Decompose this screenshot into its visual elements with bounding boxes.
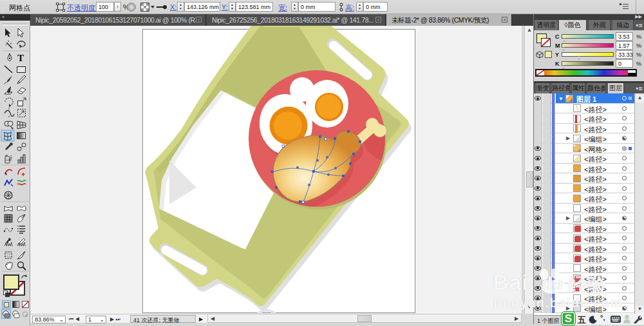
svg-text:T: T: [17, 53, 24, 63]
svg-text:100: 100: [6, 158, 12, 162]
